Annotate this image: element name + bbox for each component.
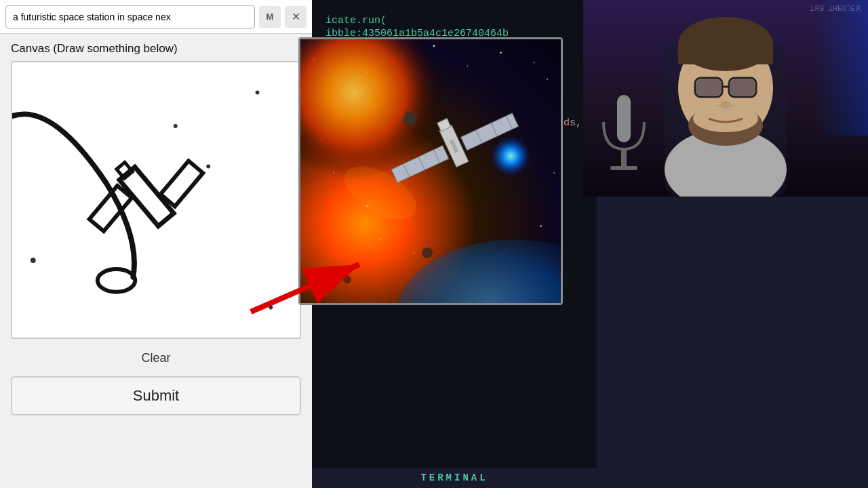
clear-button[interactable]: Clear [127, 346, 184, 371]
red-arrow [244, 251, 393, 319]
webcam-area: ꓤƎLOƎHT BꓤT [583, 0, 868, 197]
left-panel: M ✕ Canvas (Draw something below) [0, 0, 312, 488]
person-svg [624, 7, 827, 197]
svg-point-22 [534, 62, 535, 63]
submit-button[interactable]: Submit [11, 376, 301, 415]
svg-rect-65 [617, 95, 631, 142]
tab-m-button[interactable]: M [259, 6, 281, 28]
svg-rect-63 [730, 79, 755, 96]
close-button[interactable]: ✕ [285, 6, 307, 28]
svg-rect-66 [621, 149, 627, 166]
svg-point-1 [256, 91, 260, 95]
svg-line-50 [251, 264, 359, 312]
svg-point-19 [433, 45, 435, 47]
svg-point-46 [491, 136, 531, 176]
microphone-svg [597, 95, 651, 176]
svg-point-23 [547, 79, 548, 80]
svg-point-33 [422, 247, 433, 258]
top-bar: M ✕ [0, 0, 312, 34]
svg-point-26 [380, 239, 381, 240]
svg-point-30 [540, 225, 542, 227]
canvas-label: Canvas (Draw something below) [0, 34, 312, 61]
generated-image-popup [298, 37, 563, 305]
svg-point-29 [553, 172, 555, 174]
code-line-1: icate.run( [326, 15, 583, 26]
terminal-text: TERMINAL [420, 472, 488, 483]
monitor-text: ꓤƎLOƎHT BꓤT [810, 3, 861, 12]
svg-rect-62 [696, 79, 721, 96]
prompt-input[interactable] [5, 5, 255, 28]
svg-point-47 [394, 239, 561, 303]
svg-point-28 [413, 252, 414, 253]
svg-point-64 [720, 101, 731, 109]
svg-point-2 [174, 124, 178, 128]
svg-rect-56 [678, 44, 773, 64]
svg-point-3 [206, 165, 210, 169]
svg-point-21 [500, 52, 502, 54]
bottom-controls: Clear Submit [0, 339, 312, 488]
svg-rect-67 [610, 166, 637, 170]
terminal-bar: TERMINAL [312, 468, 597, 488]
svg-point-20 [467, 65, 468, 66]
svg-point-4 [31, 258, 36, 263]
